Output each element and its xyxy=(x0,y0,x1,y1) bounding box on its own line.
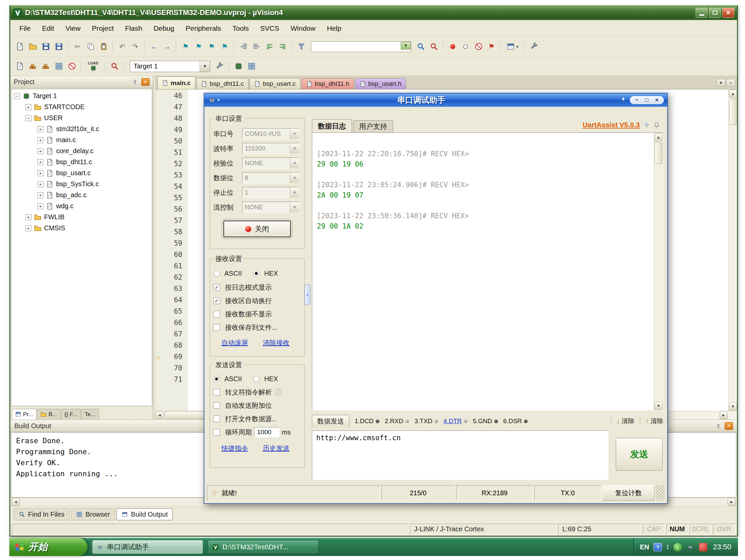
escape-parse-checkbox[interactable]: 转义符指令解析 xyxy=(214,388,272,397)
scroll-left-button[interactable]: ◄ xyxy=(156,411,164,419)
close-document-button[interactable]: × xyxy=(726,79,735,87)
receive-log-box[interactable]: [2023-11-22 22:20:16.750]# RECV HEX> 29 … xyxy=(312,133,663,411)
stopbits-select[interactable]: 1▼ xyxy=(242,187,299,198)
tree-item-bsp-adc[interactable]: + bsp_adc.c xyxy=(11,189,152,201)
tab-main-c[interactable]: main.c xyxy=(157,76,195,89)
stop-build-button[interactable] xyxy=(66,61,78,72)
save-all-button[interactable] xyxy=(53,41,65,53)
history-send-link[interactable]: 历史发送 xyxy=(263,444,290,453)
tab-templates[interactable]: Te... xyxy=(82,409,99,420)
insert-breakpoint-button[interactable] xyxy=(447,41,458,53)
serial-tray-icon[interactable] xyxy=(686,543,694,551)
tab-user-support[interactable]: 用户支持 xyxy=(353,120,393,133)
scroll-left-button[interactable]: ◄ xyxy=(12,498,20,506)
indent-button[interactable] xyxy=(251,41,262,53)
tree-item-user[interactable]: − USER xyxy=(11,112,152,124)
chevron-down-icon[interactable]: ▼ xyxy=(290,173,299,183)
log-mode-checkbox[interactable]: ✓按日志模式显示 xyxy=(214,283,272,292)
menu-peripherals[interactable]: Peripherals xyxy=(180,24,227,32)
clear-receive-button[interactable]: ↓清除 xyxy=(616,417,635,425)
build-output-close-button[interactable]: × xyxy=(725,422,733,430)
cut-button[interactable]: ✂ xyxy=(71,41,84,53)
close-port-button[interactable]: 关闭 xyxy=(223,220,291,237)
redo-button[interactable]: ↷ xyxy=(129,41,141,53)
menu-help[interactable]: Help xyxy=(321,24,347,32)
port-select[interactable]: COM10 #US▼ xyxy=(242,128,299,140)
resize-grip[interactable] xyxy=(656,485,665,500)
expand-toggle[interactable]: + xyxy=(37,203,43,209)
tree-item-bsp-systick[interactable]: + bsp_SysTick.c xyxy=(11,179,152,189)
chevron-down-icon[interactable]: ▼ xyxy=(290,187,299,198)
bell-icon[interactable] xyxy=(653,122,660,128)
tree-item-bsp-dht11[interactable]: + bsp_dht11.c xyxy=(11,156,152,168)
taskbar-item-uvision[interactable]: D:\STM32Test\DHT... xyxy=(208,540,319,554)
scroll-thumb[interactable] xyxy=(654,142,662,164)
expand-toggle[interactable]: + xyxy=(37,148,43,154)
search-combo[interactable]: ▼ xyxy=(311,41,411,52)
tab-data-send[interactable]: 数据发送 xyxy=(312,415,349,427)
expand-toggle[interactable]: + xyxy=(37,159,43,165)
cycle-period-input[interactable]: 1000 xyxy=(254,427,280,437)
scroll-up-button[interactable]: ▲ xyxy=(654,133,662,141)
bookmark-prev-button[interactable]: ⚑ xyxy=(193,41,205,53)
tab-books[interactable]: B... xyxy=(37,409,60,420)
expand-toggle[interactable]: + xyxy=(25,214,31,220)
target-options-button[interactable] xyxy=(214,61,226,72)
rebuild-all-button[interactable] xyxy=(40,61,52,72)
scroll-down-button[interactable]: ▼ xyxy=(654,402,662,410)
scroll-thumb[interactable] xyxy=(729,99,737,125)
menu-window[interactable]: Window xyxy=(285,24,321,32)
file-extensions-button[interactable] xyxy=(232,61,245,72)
serial-close-button[interactable]: × xyxy=(652,97,661,103)
save-to-file-checkbox[interactable]: 接收保存到文件... xyxy=(214,323,278,332)
scroll-down-button[interactable]: ▼ xyxy=(729,403,737,411)
tree-item-startcode[interactable]: + STARTCODE xyxy=(11,101,152,112)
comment-button[interactable] xyxy=(263,41,276,53)
tree-item-core-delay[interactable]: + core_delay.c xyxy=(11,145,152,156)
configure-button[interactable] xyxy=(528,41,540,53)
scroll-thumb[interactable] xyxy=(165,411,208,419)
editor-vertical-scrollbar[interactable]: ▲ ▼ xyxy=(728,90,737,411)
tree-item-wdg[interactable]: + wdg.c xyxy=(11,201,152,212)
tab-find-in-files[interactable]: Find In Files xyxy=(14,508,69,520)
parity-select[interactable]: NONE▼ xyxy=(242,158,299,169)
expand-toggle[interactable]: + xyxy=(37,192,43,198)
expand-toggle[interactable]: + xyxy=(37,137,43,143)
window-layout-selector[interactable]: ▼ xyxy=(504,41,522,53)
chevron-down-icon[interactable]: ▼ xyxy=(290,202,299,213)
tree-item-bsp-usart[interactable]: + bsp_usart.c xyxy=(11,168,152,179)
hide-icons-toggle[interactable]: ▲▼ xyxy=(666,544,669,550)
tree-item-target1[interactable]: − Target 1 xyxy=(11,91,152,101)
open-file-button[interactable] xyxy=(27,41,39,53)
menu-debug[interactable]: Debug xyxy=(148,24,180,32)
build-output-pin-button[interactable] xyxy=(714,422,723,430)
recv-ascii-radio[interactable]: ASCII xyxy=(214,270,242,277)
navigate-back-button[interactable]: ← xyxy=(148,41,160,53)
language-indicator[interactable]: EN xyxy=(640,543,649,551)
target-selector-dropdown[interactable]: ▼ xyxy=(200,61,210,72)
disable-breakpoint-button[interactable] xyxy=(473,41,485,53)
kill-breakpoint-button[interactable] xyxy=(459,41,472,53)
save-button[interactable] xyxy=(40,41,52,53)
send-input[interactable]: http://www.cmsoft.cn xyxy=(312,430,608,480)
pin-dtr-link[interactable]: 4.DTR xyxy=(444,418,467,425)
minimize-button[interactable] xyxy=(695,8,708,18)
auto-scroll-link[interactable]: 自动滚屏 xyxy=(221,339,248,347)
scroll-right-button[interactable]: ► xyxy=(720,411,727,419)
build-target-button[interactable] xyxy=(27,61,39,72)
file-source-checkbox[interactable]: 打开文件数据源.. xyxy=(214,415,276,423)
unindent-button[interactable] xyxy=(237,41,250,53)
clear-receive-link[interactable]: 清除接收 xyxy=(263,339,290,347)
batch-build-button[interactable] xyxy=(53,61,65,72)
diamond-icon[interactable] xyxy=(644,122,650,128)
tab-bsp-usart-c[interactable]: bsp_usart.c xyxy=(250,78,300,89)
search-dropdown-button[interactable]: ▼ xyxy=(401,42,411,50)
tab-list-dropdown[interactable]: ▼ xyxy=(717,79,725,87)
tree-item-stm32f10x-it[interactable]: + stm32f10x_it.c xyxy=(11,124,152,135)
bookmark-next-button[interactable]: ⚑ xyxy=(206,41,218,53)
tree-item-fwlib[interactable]: + FWLIB xyxy=(11,212,152,222)
project-pin-button[interactable] xyxy=(131,78,139,86)
advanced-find-button[interactable] xyxy=(295,41,307,53)
manage-books-button[interactable] xyxy=(246,61,257,72)
uartassist-version-link[interactable]: UartAssist V5.0.3 xyxy=(582,121,640,129)
